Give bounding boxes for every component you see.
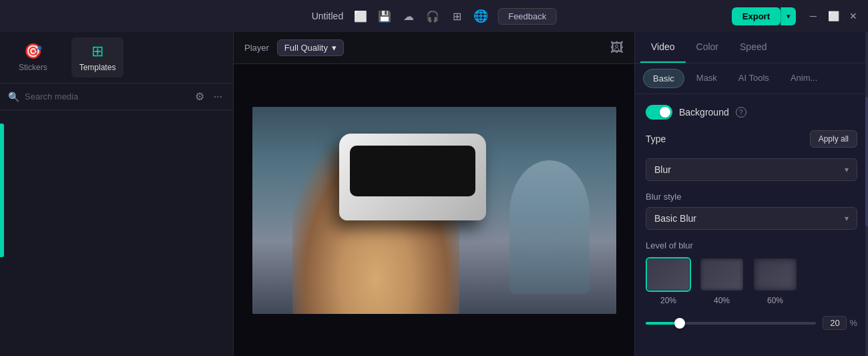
apply-all-button[interactable]: Apply all: [810, 130, 857, 148]
blur-slider-thumb[interactable]: [674, 318, 685, 329]
minimize-button[interactable]: ─: [807, 9, 820, 23]
window-controls: ─ ⬜ ✕: [807, 9, 860, 23]
blur-preview-20: [647, 258, 690, 291]
info-icon[interactable]: ?: [736, 107, 746, 118]
blur-slider-value-group: %: [823, 316, 857, 330]
templates-label: Templates: [79, 63, 116, 72]
panel-main-tabs: Video Color Speed: [635, 32, 868, 63]
blur-preview-60: [754, 258, 797, 291]
scroll-indicator: [865, 32, 868, 356]
player-label: Player: [244, 43, 269, 53]
blur-preview-40: [700, 258, 743, 291]
sidebar-media-area: [0, 110, 233, 356]
blur-option-60[interactable]: 60%: [752, 257, 798, 305]
subtab-mask[interactable]: Mask: [687, 69, 726, 88]
main-content: 🎯 Stickers ⊞ Templates 🔍 ⚙ ··· Player Fu…: [0, 32, 868, 356]
vr-headset-body: [339, 134, 486, 220]
background-toggle-row: Background ?: [646, 105, 857, 120]
monitor-icon[interactable]: ⬜: [351, 7, 370, 25]
tab-color[interactable]: Color: [686, 32, 729, 63]
grid-icon[interactable]: ⊞: [447, 7, 466, 25]
tab-speed[interactable]: Speed: [729, 32, 777, 63]
blur-label-40: 40%: [714, 296, 730, 305]
subtab-basic[interactable]: Basic: [643, 69, 684, 88]
vr-scene: [252, 107, 616, 314]
tab-video[interactable]: Video: [640, 32, 686, 63]
save-icon[interactable]: 💾: [375, 7, 394, 25]
app-title: Untitled: [312, 11, 343, 21]
subtab-anim[interactable]: Anim...: [781, 69, 827, 88]
titlebar-center: Untitled ⬜ 💾 ☁ 🎧 ⊞ 🌐 Feedback: [312, 7, 557, 25]
level-of-blur-section: Level of blur 20% 40%: [646, 240, 857, 305]
background-toggle[interactable]: [646, 105, 672, 120]
right-panel: Video Color Speed Basic Mask AI Tools An…: [634, 32, 868, 356]
export-dropdown-button[interactable]: ▾: [781, 7, 796, 25]
sidebar-tab-templates[interactable]: ⊞ Templates: [71, 37, 124, 77]
quality-select[interactable]: Full Quality ▾: [277, 39, 344, 56]
vr-visor: [350, 146, 475, 196]
blur-option-20[interactable]: 20%: [646, 257, 691, 305]
blur-style-label: Blur style: [646, 192, 857, 202]
stickers-icon: 🎯: [24, 43, 42, 60]
video-frame: [252, 107, 616, 314]
blur-slider-track[interactable]: [646, 322, 816, 325]
blur-label-20: 20%: [660, 296, 676, 305]
export-wrapper: Export ▾: [732, 7, 796, 25]
blur-style-dropdown-arrow: ▾: [845, 214, 849, 223]
subtab-ai-tools[interactable]: AI Tools: [729, 69, 779, 88]
blur-style-dropdown[interactable]: Basic Blur ▾: [646, 207, 857, 230]
panel-sub-tabs: Basic Mask AI Tools Anim...: [635, 63, 868, 94]
search-icon: 🔍: [8, 92, 19, 102]
export-button[interactable]: Export: [732, 7, 781, 25]
more-options-icon[interactable]: ···: [211, 89, 225, 104]
blur-options: 20% 40% 60%: [646, 257, 857, 305]
image-icon[interactable]: 🖼: [610, 40, 624, 55]
type-dropdown[interactable]: Blur ▾: [646, 158, 857, 181]
headphone-icon[interactable]: 🎧: [423, 7, 442, 25]
templates-icon: ⊞: [91, 43, 103, 60]
blur-swatch-40[interactable]: [699, 257, 744, 292]
search-input[interactable]: [25, 92, 187, 102]
titlebar: Untitled ⬜ 💾 ☁ 🎧 ⊞ 🌐 Feedback Export ▾ ─…: [0, 0, 868, 32]
blur-swatch-60[interactable]: [752, 257, 798, 292]
player-area: Player Full Quality ▾ 🖼: [234, 32, 634, 356]
globe-icon[interactable]: 🌐: [471, 7, 490, 25]
quality-value: Full Quality: [284, 43, 328, 53]
type-dropdown-value: Blur: [654, 164, 671, 175]
cloud-upload-icon[interactable]: ☁: [399, 7, 418, 25]
sidebar-tabs: 🎯 Stickers ⊞ Templates: [0, 32, 233, 83]
titlebar-right: Export ▾ ─ ⬜ ✕: [732, 7, 860, 25]
sidebar-tab-stickers[interactable]: 🎯 Stickers: [11, 37, 55, 77]
blur-unit: %: [849, 318, 857, 328]
blur-option-40[interactable]: 40%: [699, 257, 744, 305]
close-button[interactable]: ✕: [847, 9, 860, 23]
blur-label-60: 60%: [767, 296, 783, 305]
sidebar-actions: ⚙ ···: [192, 89, 225, 104]
quality-dropdown-arrow: ▾: [332, 43, 337, 53]
sidebar-search-bar: 🔍 ⚙ ···: [0, 83, 233, 110]
blur-level-label: Level of blur: [646, 240, 857, 250]
blur-slider-row: %: [646, 316, 857, 330]
titlebar-icons-group: ⬜ 💾 ☁ 🎧 ⊞ 🌐: [351, 7, 490, 25]
feedback-button[interactable]: Feedback: [498, 8, 556, 25]
blur-value-input[interactable]: [823, 316, 847, 330]
player-preview: [234, 64, 634, 356]
scene-container: [252, 107, 616, 314]
bg-person: [509, 160, 590, 294]
blur-swatch-20[interactable]: [646, 257, 691, 292]
player-toolbar-right: 🖼: [610, 40, 624, 55]
type-label: Type: [646, 134, 666, 144]
filter-icon[interactable]: ⚙: [192, 89, 207, 104]
stickers-label: Stickers: [19, 63, 47, 72]
maximize-button[interactable]: ⬜: [827, 9, 840, 23]
panel-content: Background ? Type Apply all Blur ▾ Blur …: [635, 94, 868, 341]
player-toolbar: Player Full Quality ▾ 🖼: [234, 32, 634, 64]
type-dropdown-arrow: ▾: [845, 165, 849, 174]
type-row: Type Apply all: [646, 130, 857, 148]
scroll-thumb[interactable]: [865, 97, 868, 226]
toggle-knob: [660, 107, 670, 118]
background-label: Background: [679, 107, 729, 118]
left-sidebar: 🎯 Stickers ⊞ Templates 🔍 ⚙ ···: [0, 32, 234, 356]
blur-style-value: Basic Blur: [654, 213, 696, 224]
color-indicator-bar: [0, 124, 4, 257]
